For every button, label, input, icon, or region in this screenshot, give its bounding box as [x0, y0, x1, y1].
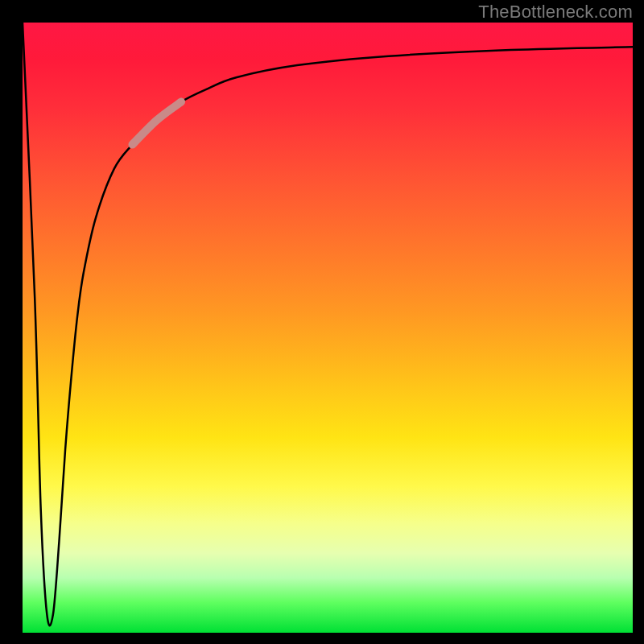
curve-highlight-segment [132, 102, 181, 145]
bottleneck-curve [23, 23, 633, 633]
watermark-text: TheBottleneck.com [478, 2, 633, 23]
plot-area [23, 23, 633, 633]
chart-frame: TheBottleneck.com [0, 0, 644, 644]
